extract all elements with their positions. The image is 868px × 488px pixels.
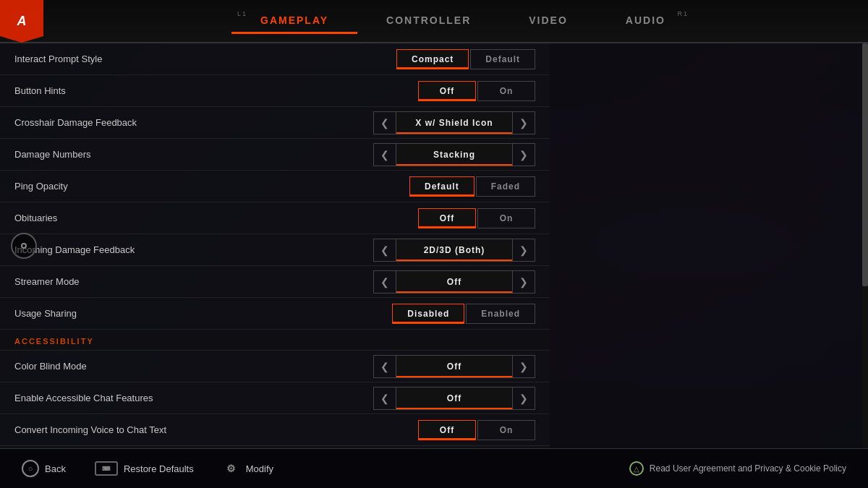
tab-video-label: VIDEO xyxy=(529,14,568,26)
row-obituaries: Obituaries Off On xyxy=(0,202,550,234)
right-label: Read User Agreement and Privacy & Cookie… xyxy=(650,463,846,474)
keyboard-icon: ⌨ xyxy=(95,461,118,476)
footer: ○ Back ⌨ Restore Defaults ⚙ Modify △ Rea… xyxy=(0,448,868,488)
row-interact-prompt-style: Interact Prompt Style Compact Default xyxy=(0,43,550,75)
tab-audio[interactable]: AUDIO R1 xyxy=(597,9,694,34)
value-accessible-chat: Off xyxy=(396,387,512,410)
restore-label: Restore Defaults xyxy=(124,463,194,474)
label-interact-prompt-style: Interact Prompt Style xyxy=(14,53,396,64)
control-streamer-mode: ❮ Off ❯ xyxy=(373,270,535,294)
option-usage-enabled[interactable]: Enabled xyxy=(466,304,535,324)
label-voice-to-chat: Convert Incoming Voice to Chat Text xyxy=(14,424,418,435)
scrollbar[interactable] xyxy=(862,43,868,448)
apex-logo: A xyxy=(0,0,43,43)
option-button-hints-on[interactable]: On xyxy=(477,81,535,101)
control-incoming-damage: ❮ 2D/3D (Both) ❯ xyxy=(373,239,535,262)
label-accessible-chat: Enable Accessible Chat Features xyxy=(14,393,373,403)
value-color-blind: Off xyxy=(396,355,512,378)
row-button-hints: Button Hints Off On xyxy=(0,75,550,107)
r1-badge: R1 xyxy=(677,10,689,17)
control-color-blind: ❮ Off ❯ xyxy=(373,355,535,378)
control-button-hints: Off On xyxy=(418,81,535,101)
accessibility-header: ACCESSIBILITY xyxy=(0,330,550,351)
arrow-right-incoming[interactable]: ❯ xyxy=(512,239,535,262)
left-nav-circle[interactable] xyxy=(11,233,37,259)
option-ping-faded[interactable]: Faded xyxy=(476,176,535,197)
header: A L1 GAMEPLAY CONTROLLER VIDEO AUDIO R1 xyxy=(0,0,868,43)
modify-label: Modify xyxy=(246,463,273,474)
label-incoming-damage: Incoming Damage Feedback xyxy=(14,244,373,255)
back-label: Back xyxy=(45,463,66,474)
option-ping-default[interactable]: Default xyxy=(409,176,475,197)
control-crosshair-damage: ❮ X w/ Shield Icon ❯ xyxy=(373,111,535,134)
tab-controller-label: CONTROLLER xyxy=(386,14,471,26)
main-content: Interact Prompt Style Compact Default Bu… xyxy=(0,43,868,448)
option-button-hints-off[interactable]: Off xyxy=(418,81,476,101)
arrow-right-chat[interactable]: ❯ xyxy=(512,387,535,410)
row-incoming-damage: Incoming Damage Feedback ❮ 2D/3D (Both) … xyxy=(0,234,550,266)
left-nav-dot xyxy=(21,243,27,249)
nav-tabs: L1 GAMEPLAY CONTROLLER VIDEO AUDIO R1 xyxy=(58,9,868,34)
arrow-right-streamer[interactable]: ❯ xyxy=(512,270,535,294)
label-streamer-mode: Streamer Mode xyxy=(14,276,373,287)
row-color-blind: Color Blind Mode ❮ Off ❯ xyxy=(0,351,550,382)
row-voice-to-chat: Convert Incoming Voice to Chat Text Off … xyxy=(0,414,550,446)
row-streamer-mode: Streamer Mode ❮ Off ❯ xyxy=(0,266,550,298)
settings-panel: Interact Prompt Style Compact Default Bu… xyxy=(0,43,550,448)
option-obituaries-off[interactable]: Off xyxy=(418,208,476,228)
arrow-right-damage[interactable]: ❯ xyxy=(512,143,535,166)
tab-video[interactable]: VIDEO xyxy=(500,9,597,34)
label-color-blind: Color Blind Mode xyxy=(14,361,373,372)
label-button-hints: Button Hints xyxy=(14,85,418,96)
option-obituaries-on[interactable]: On xyxy=(477,208,535,228)
arrow-left-chat[interactable]: ❮ xyxy=(373,387,396,410)
footer-modify[interactable]: ⚙ Modify xyxy=(223,460,273,477)
control-interact-prompt-style: Compact Default xyxy=(396,49,535,69)
arrow-left-damage[interactable]: ❮ xyxy=(373,143,396,166)
footer-back[interactable]: ○ Back xyxy=(22,460,66,477)
gamepad-icon: ⚙ xyxy=(223,460,240,477)
control-damage-numbers: ❮ Stacking ❯ xyxy=(373,143,535,166)
value-incoming-damage: 2D/3D (Both) xyxy=(396,239,512,262)
value-damage-numbers: Stacking xyxy=(396,143,512,166)
label-crosshair-damage: Crosshair Damage Feedback xyxy=(14,117,373,128)
logo-text: A xyxy=(17,14,27,29)
row-accessible-chat: Enable Accessible Chat Features ❮ Off ❯ xyxy=(0,382,550,414)
control-ping-opacity: Default Faded xyxy=(409,176,535,197)
option-default[interactable]: Default xyxy=(470,49,535,69)
control-voice-to-chat: Off On xyxy=(418,420,535,440)
control-obituaries: Off On xyxy=(418,208,535,228)
arrow-left-colorblind[interactable]: ❮ xyxy=(373,355,396,378)
row-usage-sharing: Usage Sharing Disabled Enabled xyxy=(0,298,550,330)
triangle-icon: △ xyxy=(629,461,644,476)
arrow-left-incoming[interactable]: ❮ xyxy=(373,239,396,262)
label-obituaries: Obituaries xyxy=(14,213,418,223)
value-streamer-mode: Off xyxy=(396,270,512,294)
option-usage-disabled[interactable]: Disabled xyxy=(392,304,464,324)
right-panel xyxy=(550,43,868,448)
arrow-right-colorblind[interactable]: ❯ xyxy=(512,355,535,378)
footer-right[interactable]: △ Read User Agreement and Privacy & Cook… xyxy=(629,461,846,476)
row-crosshair-damage: Crosshair Damage Feedback ❮ X w/ Shield … xyxy=(0,107,550,139)
row-damage-numbers: Damage Numbers ❮ Stacking ❯ xyxy=(0,139,550,171)
tab-controller[interactable]: CONTROLLER xyxy=(357,9,500,34)
arrow-right-crosshair[interactable]: ❯ xyxy=(512,111,535,134)
tab-audio-label: AUDIO xyxy=(626,14,665,26)
l1-badge: L1 xyxy=(237,10,247,17)
label-usage-sharing: Usage Sharing xyxy=(14,308,392,319)
value-crosshair-damage: X w/ Shield Icon xyxy=(396,111,512,134)
arrow-left-streamer[interactable]: ❮ xyxy=(373,270,396,294)
row-ping-opacity: Ping Opacity Default Faded xyxy=(0,171,550,202)
footer-restore[interactable]: ⌨ Restore Defaults xyxy=(95,461,194,476)
arrow-left-crosshair[interactable]: ❮ xyxy=(373,111,396,134)
control-accessible-chat: ❮ Off ❯ xyxy=(373,387,535,410)
label-ping-opacity: Ping Opacity xyxy=(14,181,409,192)
control-usage-sharing: Disabled Enabled xyxy=(392,304,535,324)
tab-gameplay[interactable]: L1 GAMEPLAY xyxy=(231,9,357,34)
tab-gameplay-label: GAMEPLAY xyxy=(260,14,328,26)
option-voice-off[interactable]: Off xyxy=(418,420,476,440)
label-damage-numbers: Damage Numbers xyxy=(14,149,373,160)
option-voice-on[interactable]: On xyxy=(477,420,535,440)
option-compact[interactable]: Compact xyxy=(396,49,469,69)
circle-icon: ○ xyxy=(22,460,39,477)
